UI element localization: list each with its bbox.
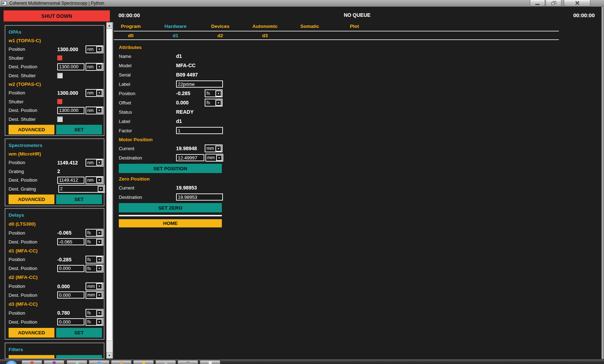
taskbar-app-button[interactable] [89,360,109,364]
chevron-down-icon[interactable]: ▼ [96,292,102,298]
restore-button[interactable] [546,0,561,6]
subtab-d1[interactable]: d1 [153,32,198,39]
home-button[interactable]: HOME [119,219,222,227]
teal-app-icon [76,361,79,364]
position-unit-select[interactable]: fs ▼ [205,89,223,97]
d2-dest-unit-select[interactable]: mm ▼ [86,291,103,299]
chevron-down-icon[interactable]: ▼ [96,90,102,96]
chevron-down-icon[interactable]: ▼ [215,90,221,97]
d0-position-unit-select[interactable]: fs ▼ [86,229,103,237]
subtab-d3[interactable]: d3 [243,32,287,39]
unit-value: fs [205,100,210,105]
shutter-label: Shutter [9,99,57,104]
spectrometers-set-button[interactable]: SET [56,195,102,204]
unit-value: nm [86,108,93,113]
minimize-button[interactable] [530,0,545,6]
tab-hardware[interactable]: Hardware [153,23,198,30]
chevron-down-icon[interactable]: ▼ [96,310,102,316]
delays-advanced-button[interactable]: ADVANCED [9,328,54,338]
scroll-up-icon[interactable]: ▲ [106,22,112,29]
motor-destination-input[interactable] [176,154,204,161]
device-detail-panel: Attributes Name d1 Model MFA-CC Serial B… [119,43,223,227]
d1-dest-unit-select[interactable]: fs ▼ [86,265,103,272]
d2-dest-position-input[interactable] [57,291,84,299]
chevron-down-icon[interactable]: ▼ [96,239,102,245]
taskbar-app-button[interactable] [21,360,42,364]
w2-dest-shutter-checkbox[interactable] [57,117,63,122]
label-input[interactable] [176,80,223,88]
chevron-down-icon[interactable]: ▼ [215,146,221,152]
taskbar-app-button[interactable] [44,360,64,364]
zero-destination-input[interactable] [176,193,223,201]
factor-input[interactable] [176,127,223,134]
set-zero-button[interactable]: SET ZERO [119,203,222,212]
start-button[interactable] [5,360,18,364]
tab-program[interactable]: Program [108,23,153,30]
d0-dest-position-input[interactable] [57,238,84,245]
shutdown-button[interactable]: SHUT DOWN [4,10,110,21]
filters-set-button[interactable]: SET [56,355,102,359]
tab-autonomic[interactable]: Autonomic [243,23,287,30]
taskbar-app-button[interactable] [200,360,220,364]
opas-set-button[interactable]: SET [56,125,102,134]
wm-position-unit-select[interactable]: nm ▼ [86,159,103,167]
chevron-down-icon[interactable]: ▼ [216,155,222,161]
spectrometers-advanced-button[interactable]: ADVANCED [9,195,54,204]
taskbar-app-button[interactable] [177,360,198,364]
taskbar-app-button[interactable] [133,360,154,364]
tab-plot[interactable]: Plot [332,23,377,30]
d1-position-unit-select[interactable]: fs ▼ [86,256,103,264]
wm-dest-position-input[interactable] [57,177,84,184]
delays-set-button[interactable]: SET [56,328,102,338]
taskbar-app-button[interactable] [111,360,132,364]
scroll-down-icon[interactable]: ▼ [106,352,112,359]
chevron-down-icon[interactable]: ▼ [215,100,221,106]
subtab-d0[interactable]: d0 [108,32,153,39]
d3-position-unit-select[interactable]: fs ▼ [86,309,103,317]
d3-dest-position-input[interactable] [57,318,84,325]
filters-advanced-button[interactable]: ADVANCED [9,355,54,359]
zero-position-header: Zero Position [119,174,223,183]
taskbar-app-button[interactable] [155,360,176,364]
offset-unit-select[interactable]: fs ▼ [205,99,223,107]
w1-dest-unit-select[interactable]: nm ▼ [86,63,103,71]
motor-current-unit-select[interactable]: mm ▼ [205,144,223,152]
chevron-down-icon[interactable]: ▼ [96,107,102,113]
close-button[interactable] [564,0,590,6]
subtab-d2[interactable]: d2 [198,32,243,39]
w2-dest-position-input[interactable] [57,107,84,114]
filters-title: Filters [9,347,23,352]
wm-dest-position-row: Dest. Position nm ▼ [9,176,102,185]
wm-dest-grating-select[interactable]: 2 ▼ [58,185,105,193]
spectrometers-panel: Spectrometers wm (MicroHR) Position 1149… [5,138,104,206]
d3-dest-unit-select[interactable]: fs ▼ [86,318,103,326]
chevron-down-icon[interactable]: ▼ [96,64,102,70]
scrollbar-thumb[interactable] [106,29,112,341]
motor-destination-unit-select[interactable]: mm ▼ [205,154,223,162]
d2-position-unit-select[interactable]: mm ▼ [86,282,103,290]
w2-dest-unit-select[interactable]: nm ▼ [86,107,103,114]
w1-dest-shutter-checkbox[interactable] [57,73,63,78]
chevron-down-icon[interactable]: ▼ [96,319,102,325]
wm-dest-unit-select[interactable]: nm ▼ [86,176,103,184]
tab-somatic[interactable]: Somatic [287,23,332,30]
w1-position-unit-select[interactable]: nm ▼ [86,45,103,53]
chevron-down-icon[interactable]: ▼ [96,159,102,166]
chevron-down-icon[interactable]: ▼ [96,177,102,183]
set-position-button[interactable]: SET POSITION [119,164,222,173]
chevron-down-icon[interactable]: ▼ [98,186,104,192]
taskbar-app-button[interactable] [67,360,87,364]
chevron-down-icon[interactable]: ▼ [96,283,102,289]
chevron-down-icon[interactable]: ▼ [96,230,102,236]
w1-dest-position-input[interactable] [57,63,84,70]
d1-dest-position-input[interactable] [57,265,84,272]
sidebar-scrollbar[interactable]: ▲ ▼ [106,22,112,359]
chevron-down-icon[interactable]: ▼ [96,46,102,52]
position-value: -0.285 [176,90,203,96]
w2-position-unit-select[interactable]: nm ▼ [86,89,103,97]
tab-devices[interactable]: Devices [198,23,243,30]
chevron-down-icon[interactable]: ▼ [96,265,102,271]
opas-advanced-button[interactable]: ADVANCED [9,125,54,134]
d0-dest-unit-select[interactable]: fs ▼ [86,238,103,246]
chevron-down-icon[interactable]: ▼ [96,256,102,262]
